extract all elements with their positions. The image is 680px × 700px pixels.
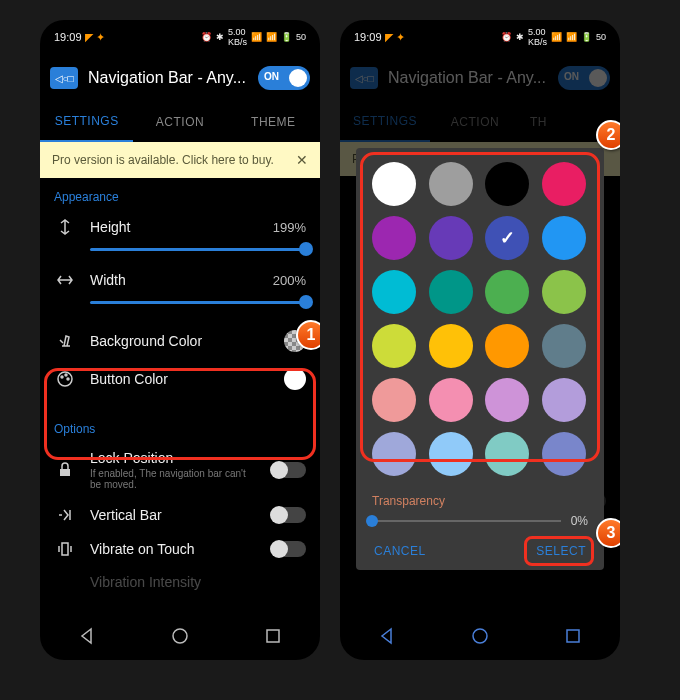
vertical-bar-row[interactable]: Vertical Bar — [40, 498, 320, 532]
vertical-switch[interactable] — [272, 507, 306, 523]
banner-close-icon[interactable]: ✕ — [296, 152, 308, 168]
height-slider[interactable] — [90, 248, 306, 251]
width-value: 200% — [273, 273, 306, 288]
status-bar: 19:09 ◤ ✦ ⏰✱5.00KB/s 📶📶🔋 50 — [40, 20, 320, 54]
nav-home-icon[interactable] — [469, 625, 491, 647]
app-title: Navigation Bar - Any... — [88, 69, 248, 87]
width-slider[interactable] — [90, 301, 306, 304]
main-toggle: ON — [558, 66, 610, 90]
lock-switch[interactable] — [272, 462, 306, 478]
transparency-value: 0% — [571, 514, 588, 528]
callout-2: 2 — [596, 120, 620, 150]
transparency-section: Transparency 0% — [356, 484, 604, 534]
lock-icon — [54, 461, 76, 479]
app-icon: ◁○□ — [50, 67, 78, 89]
main-toggle[interactable]: ON — [258, 66, 310, 90]
width-row[interactable]: Width 200% — [40, 263, 320, 297]
highlight-box-3 — [524, 536, 594, 566]
background-color-row[interactable]: Background Color — [40, 322, 320, 360]
color-picker-dialog: Transparency 0% CANCEL SELECT — [356, 148, 604, 570]
transparency-label: Transparency — [372, 494, 588, 508]
tabs: SETTINGS ACTION THEME — [40, 102, 320, 142]
app-icon: ◁○□ — [350, 67, 378, 89]
tab-action[interactable]: ACTION — [133, 102, 226, 142]
slider-thumb[interactable] — [299, 242, 313, 256]
status-time: 19:09 — [354, 31, 382, 43]
callout-1: 1 — [296, 320, 320, 350]
phone-screenshot-2: 19:09 ◤ ✦ ⏰✱5.00KB/s 📶📶🔋 50 ◁○□ Navigati… — [340, 20, 620, 660]
svg-rect-5 — [62, 543, 68, 555]
vibrate-icon — [54, 540, 76, 558]
slider-thumb[interactable] — [299, 295, 313, 309]
app-bar: ◁○□ Navigation Bar - Any... ON — [40, 54, 320, 102]
vertical-icon — [54, 506, 76, 524]
svg-point-6 — [173, 629, 187, 643]
status-bar: 19:09 ◤ ✦ ⏰✱5.00KB/s 📶📶🔋 50 — [340, 20, 620, 54]
vibrate-row[interactable]: Vibrate on Touch — [40, 532, 320, 566]
system-nav-bar — [40, 612, 320, 660]
nav-recent-icon[interactable] — [562, 625, 584, 647]
nav-home-icon[interactable] — [169, 625, 191, 647]
battery-pct: 50 — [296, 32, 306, 42]
phone-screenshot-1: 19:09 ◤ ✦ ⏰✱5.00KB/s 📶📶🔋 50 ◁○□ Navigati… — [40, 20, 320, 660]
net-speed: 5.00KB/s — [228, 27, 247, 47]
banner-text: Pro version is available. Click here to … — [52, 153, 274, 167]
cancel-button[interactable]: CANCEL — [374, 544, 426, 558]
section-appearance: Appearance — [40, 178, 320, 210]
microscope-icon — [54, 332, 76, 350]
callout-3: 3 — [596, 518, 620, 548]
highlight-box-1 — [44, 368, 316, 460]
nav-back-icon[interactable] — [76, 625, 98, 647]
svg-rect-4 — [60, 469, 70, 476]
vibrate-switch[interactable] — [272, 541, 306, 557]
toggle-knob — [289, 69, 307, 87]
status-time: 19:09 — [54, 31, 82, 43]
svg-rect-11 — [567, 630, 579, 642]
app-bar: ◁○□ Navigation Bar - Any... ON — [340, 54, 620, 102]
transparency-slider[interactable] — [372, 520, 561, 522]
nav-back-icon[interactable] — [376, 625, 398, 647]
height-value: 199% — [273, 220, 306, 235]
tab-theme[interactable]: THEME — [227, 102, 320, 142]
highlight-box-2 — [360, 152, 600, 462]
slider-thumb[interactable] — [366, 515, 378, 527]
height-icon — [54, 218, 76, 236]
nav-recent-icon[interactable] — [262, 625, 284, 647]
height-row[interactable]: Height 199% — [40, 210, 320, 244]
svg-rect-7 — [267, 630, 279, 642]
tab-settings[interactable]: SETTINGS — [40, 102, 133, 142]
system-nav-bar — [340, 612, 620, 660]
svg-point-10 — [473, 629, 487, 643]
pro-banner[interactable]: Pro version is available. Click here to … — [40, 142, 320, 178]
width-icon — [54, 271, 76, 289]
vibration-intensity-row[interactable]: Vibration Intensity — [40, 566, 320, 598]
